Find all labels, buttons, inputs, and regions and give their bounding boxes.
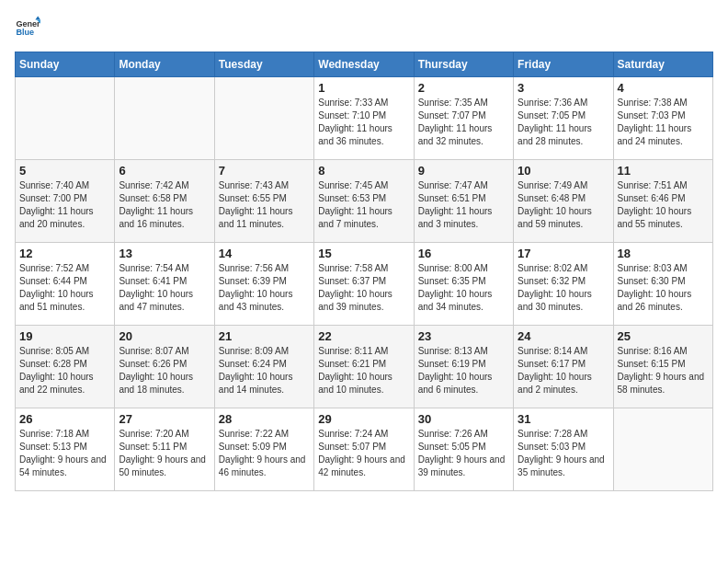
day-number: 4 xyxy=(618,81,709,95)
day-cell xyxy=(214,77,313,160)
day-number: 24 xyxy=(518,329,609,343)
day-info: Sunrise: 8:09 AMSunset: 6:24 PMDaylight:… xyxy=(219,345,310,396)
day-info: Sunrise: 7:36 AMSunset: 7:05 PMDaylight:… xyxy=(518,97,609,148)
day-info: Sunrise: 7:54 AMSunset: 6:41 PMDaylight:… xyxy=(119,262,210,314)
svg-text:General: General xyxy=(16,19,40,29)
day-number: 23 xyxy=(418,329,509,343)
day-cell: 14Sunrise: 7:56 AMSunset: 6:39 PMDayligh… xyxy=(214,243,313,326)
day-number: 11 xyxy=(618,164,709,178)
day-info: Sunrise: 8:16 AMSunset: 6:15 PMDaylight:… xyxy=(618,345,709,396)
weekday-header-tuesday: Tuesday xyxy=(214,52,313,77)
day-cell: 1Sunrise: 7:33 AMSunset: 7:10 PMDaylight… xyxy=(314,77,414,160)
day-info: Sunrise: 8:02 AMSunset: 6:32 PMDaylight:… xyxy=(518,262,609,314)
day-info: Sunrise: 8:07 AMSunset: 6:26 PMDaylight:… xyxy=(119,345,210,396)
day-cell: 19Sunrise: 8:05 AMSunset: 6:28 PMDayligh… xyxy=(16,326,115,408)
day-cell: 18Sunrise: 8:03 AMSunset: 6:30 PMDayligh… xyxy=(613,243,712,326)
day-info: Sunrise: 7:52 AMSunset: 6:44 PMDaylight:… xyxy=(19,262,110,314)
day-number: 16 xyxy=(418,247,509,260)
day-info: Sunrise: 7:28 AMSunset: 5:03 PMDaylight:… xyxy=(518,428,609,479)
day-number: 17 xyxy=(518,247,609,260)
day-number: 20 xyxy=(119,329,210,343)
day-cell: 16Sunrise: 8:00 AMSunset: 6:35 PMDayligh… xyxy=(414,243,513,326)
day-cell: 26Sunrise: 7:18 AMSunset: 5:13 PMDayligh… xyxy=(16,408,115,491)
day-info: Sunrise: 8:14 AMSunset: 6:17 PMDaylight:… xyxy=(518,345,609,396)
day-cell: 5Sunrise: 7:40 AMSunset: 7:00 PMDaylight… xyxy=(16,160,115,243)
day-cell: 15Sunrise: 7:58 AMSunset: 6:37 PMDayligh… xyxy=(314,243,414,326)
week-row-3: 12Sunrise: 7:52 AMSunset: 6:44 PMDayligh… xyxy=(16,243,713,326)
week-row-1: 1Sunrise: 7:33 AMSunset: 7:10 PMDaylight… xyxy=(16,77,713,160)
day-cell xyxy=(115,77,214,160)
header-row: SundayMondayTuesdayWednesdayThursdayFrid… xyxy=(16,52,713,77)
day-number: 6 xyxy=(119,164,210,178)
day-number: 31 xyxy=(518,412,609,426)
weekday-header-saturday: Saturday xyxy=(613,52,712,77)
day-number: 14 xyxy=(219,247,310,260)
weekday-header-sunday: Sunday xyxy=(16,52,115,77)
day-cell: 9Sunrise: 7:47 AMSunset: 6:51 PMDaylight… xyxy=(414,160,513,243)
day-number: 7 xyxy=(219,164,310,178)
logo-icon: General Blue xyxy=(15,15,40,40)
day-info: Sunrise: 7:38 AMSunset: 7:03 PMDaylight:… xyxy=(618,97,709,148)
page-header: General Blue xyxy=(15,15,713,40)
day-info: Sunrise: 7:18 AMSunset: 5:13 PMDaylight:… xyxy=(19,428,110,479)
day-cell: 31Sunrise: 7:28 AMSunset: 5:03 PMDayligh… xyxy=(514,408,613,491)
day-info: Sunrise: 7:20 AMSunset: 5:11 PMDaylight:… xyxy=(119,428,210,479)
day-cell: 28Sunrise: 7:22 AMSunset: 5:09 PMDayligh… xyxy=(214,408,313,491)
calendar-table: SundayMondayTuesdayWednesdayThursdayFrid… xyxy=(15,52,713,491)
day-info: Sunrise: 7:49 AMSunset: 6:48 PMDaylight:… xyxy=(518,179,609,231)
day-cell: 11Sunrise: 7:51 AMSunset: 6:46 PMDayligh… xyxy=(613,160,712,243)
day-number: 5 xyxy=(19,164,110,178)
day-number: 21 xyxy=(219,329,310,343)
day-cell: 27Sunrise: 7:20 AMSunset: 5:11 PMDayligh… xyxy=(115,408,214,491)
day-cell: 24Sunrise: 8:14 AMSunset: 6:17 PMDayligh… xyxy=(514,326,613,408)
day-info: Sunrise: 7:33 AMSunset: 7:10 PMDaylight:… xyxy=(318,97,409,148)
day-number: 26 xyxy=(19,412,110,426)
day-info: Sunrise: 7:58 AMSunset: 6:37 PMDaylight:… xyxy=(318,262,409,314)
day-number: 10 xyxy=(518,164,609,178)
day-cell: 20Sunrise: 8:07 AMSunset: 6:26 PMDayligh… xyxy=(115,326,214,408)
day-number: 1 xyxy=(318,81,409,95)
day-cell: 7Sunrise: 7:43 AMSunset: 6:55 PMDaylight… xyxy=(214,160,313,243)
day-cell xyxy=(613,408,712,491)
day-number: 2 xyxy=(418,81,509,95)
day-info: Sunrise: 7:40 AMSunset: 7:00 PMDaylight:… xyxy=(19,179,110,231)
day-info: Sunrise: 8:13 AMSunset: 6:19 PMDaylight:… xyxy=(418,345,509,396)
day-number: 13 xyxy=(119,247,210,260)
day-cell: 6Sunrise: 7:42 AMSunset: 6:58 PMDaylight… xyxy=(115,160,214,243)
day-number: 9 xyxy=(418,164,509,178)
day-cell: 8Sunrise: 7:45 AMSunset: 6:53 PMDaylight… xyxy=(314,160,414,243)
day-info: Sunrise: 8:05 AMSunset: 6:28 PMDaylight:… xyxy=(19,345,110,396)
day-info: Sunrise: 7:24 AMSunset: 5:07 PMDaylight:… xyxy=(318,428,409,479)
day-info: Sunrise: 7:45 AMSunset: 6:53 PMDaylight:… xyxy=(318,179,409,231)
day-info: Sunrise: 8:11 AMSunset: 6:21 PMDaylight:… xyxy=(318,345,409,396)
day-cell: 17Sunrise: 8:02 AMSunset: 6:32 PMDayligh… xyxy=(514,243,613,326)
day-number: 30 xyxy=(418,412,509,426)
day-number: 19 xyxy=(19,329,110,343)
weekday-header-thursday: Thursday xyxy=(414,52,513,77)
logo: General Blue xyxy=(15,15,40,40)
day-number: 8 xyxy=(318,164,409,178)
day-info: Sunrise: 7:22 AMSunset: 5:09 PMDaylight:… xyxy=(219,428,310,479)
day-cell: 13Sunrise: 7:54 AMSunset: 6:41 PMDayligh… xyxy=(115,243,214,326)
day-number: 12 xyxy=(19,247,110,260)
day-info: Sunrise: 7:47 AMSunset: 6:51 PMDaylight:… xyxy=(418,179,509,231)
day-number: 22 xyxy=(318,329,409,343)
day-number: 18 xyxy=(618,247,709,260)
day-info: Sunrise: 7:35 AMSunset: 7:07 PMDaylight:… xyxy=(418,97,509,148)
day-cell: 25Sunrise: 8:16 AMSunset: 6:15 PMDayligh… xyxy=(613,326,712,408)
day-cell: 12Sunrise: 7:52 AMSunset: 6:44 PMDayligh… xyxy=(16,243,115,326)
day-cell: 29Sunrise: 7:24 AMSunset: 5:07 PMDayligh… xyxy=(314,408,414,491)
day-number: 29 xyxy=(318,412,409,426)
day-info: Sunrise: 8:03 AMSunset: 6:30 PMDaylight:… xyxy=(618,262,709,314)
weekday-header-monday: Monday xyxy=(115,52,214,77)
day-cell: 4Sunrise: 7:38 AMSunset: 7:03 PMDaylight… xyxy=(613,77,712,160)
day-cell: 23Sunrise: 8:13 AMSunset: 6:19 PMDayligh… xyxy=(414,326,513,408)
day-info: Sunrise: 7:42 AMSunset: 6:58 PMDaylight:… xyxy=(119,179,210,231)
day-info: Sunrise: 7:51 AMSunset: 6:46 PMDaylight:… xyxy=(618,179,709,231)
day-cell: 10Sunrise: 7:49 AMSunset: 6:48 PMDayligh… xyxy=(514,160,613,243)
day-cell: 2Sunrise: 7:35 AMSunset: 7:07 PMDaylight… xyxy=(414,77,513,160)
week-row-5: 26Sunrise: 7:18 AMSunset: 5:13 PMDayligh… xyxy=(16,408,713,491)
day-cell: 3Sunrise: 7:36 AMSunset: 7:05 PMDaylight… xyxy=(514,77,613,160)
day-cell: 21Sunrise: 8:09 AMSunset: 6:24 PMDayligh… xyxy=(214,326,313,408)
svg-text:Blue: Blue xyxy=(16,28,34,37)
